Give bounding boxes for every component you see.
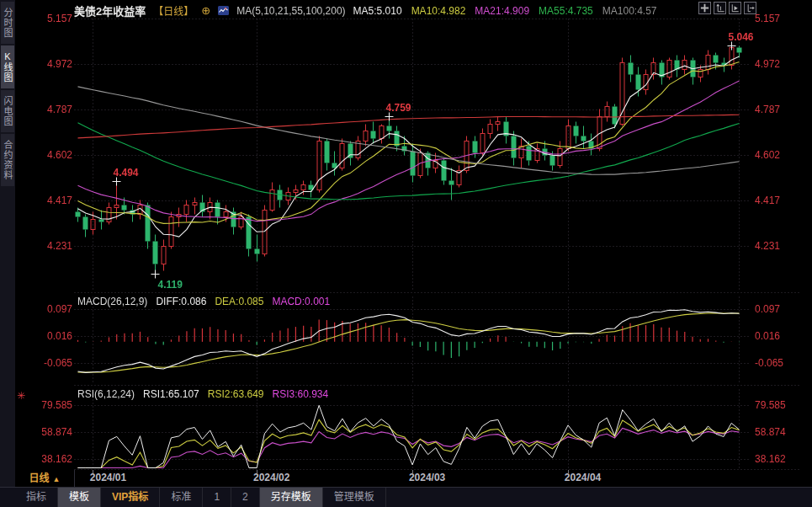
toolbar-item-standard[interactable]: 标准 — [160, 488, 203, 507]
axis-tick-label: 4.787 — [755, 104, 807, 115]
axis-tick-label: 58.874 — [22, 426, 72, 438]
bottom-toolbar: 指标模板VIP指标标准12另存模板管理模板 — [0, 487, 812, 507]
sidebar-tab-lightning[interactable]: 闪电图 — [1, 90, 14, 132]
sidebar-tab-contract-info[interactable]: 合约资料 — [1, 134, 14, 186]
axis-tick-label: 4.972 — [755, 58, 807, 70]
rsi2-value: RSI2:63.649 — [208, 388, 264, 400]
axis-tick-label: -0.065 — [22, 357, 72, 369]
ma-legend: MA5:5.010MA10:4.982MA21:4.909MA55:4.735M… — [353, 5, 657, 17]
toolbar-item-indicators[interactable]: 指标 — [15, 488, 58, 507]
period-selector[interactable]: 日线▲ — [15, 470, 75, 487]
ma-value-3: MA55:4.735 — [539, 5, 593, 17]
macd-legend: MACD(26,12,9) DIFF:0.086 DEA:0.085 MACD:… — [77, 296, 330, 307]
ma-value-0: MA5:5.010 — [353, 5, 402, 17]
axis-tick-label: -0.065 — [755, 357, 807, 369]
axis-tick-label: 0.097 — [22, 303, 72, 315]
chart-app-window: 分时图K线图闪电图合约资料 美债2年收益率 【日线】 ⊕ MA(5,10,21,… — [0, 0, 812, 507]
axis-tick-label: 38.162 — [755, 453, 807, 465]
axis-play-icon — [730, 3, 740, 13]
macd-diff-value: DIFF:0.086 — [156, 296, 206, 307]
axis-up-arrow-icon — [714, 3, 725, 13]
axis-tick-label: 79.585 — [755, 399, 807, 411]
ma-value-1: MA10:4.982 — [411, 5, 466, 17]
toolbar-item-save-template[interactable]: 另存模板 — [260, 488, 323, 507]
axis-tick-label: 4.787 — [22, 104, 72, 115]
axis-tick-label: 58.874 — [755, 426, 807, 438]
axis-tick-label: 79.585 — [22, 399, 72, 411]
chart-canvas[interactable] — [0, 0, 812, 507]
axis-tick-label: 4.602 — [22, 149, 72, 161]
circle-plus-icon[interactable]: ⊕ — [201, 6, 210, 16]
rsi1-value: RSI1:65.107 — [143, 388, 199, 400]
macd-dea-value: DEA:0.085 — [215, 296, 263, 307]
mini-kline-icon[interactable] — [218, 6, 229, 15]
left-sidebar: 分时图K线图闪电图合约资料 — [0, 0, 15, 487]
chart-titlebar: 美债2年收益率 【日线】 ⊕ MA(5,10,21,55,100,200) MA… — [74, 3, 657, 19]
macd-params-label: MACD(26,12,9) — [77, 296, 147, 307]
rsi-legend: RSI(6,12,24) RSI1:65.107 RSI2:63.649 RSI… — [77, 388, 328, 400]
axis-tick-label: 5.157 — [755, 13, 807, 24]
toolbar-item-1[interactable]: 1 — [203, 488, 231, 507]
period-label: 日线 — [29, 472, 50, 484]
chevron-up-icon: ▲ — [53, 475, 61, 483]
axis-tick-label: 0.016 — [755, 330, 807, 342]
ma-value-4: MA100:4.57 — [602, 5, 657, 17]
toolbar-item-vip-indicators[interactable]: VIP指标 — [101, 488, 160, 507]
toolbar-item-templates[interactable]: 模板 — [58, 488, 101, 507]
rsi3-value: RSI3:60.934 — [272, 388, 328, 400]
axis-tick-label: 0.097 — [755, 303, 807, 315]
month-label: 2024/02 — [253, 472, 289, 483]
axis-tick-label: 38.162 — [22, 453, 72, 465]
xaxis-row: 日线▲ 2024/012024/022024/032024/04 — [15, 470, 812, 487]
rsi-params-label: RSI(6,12,24) — [77, 388, 135, 400]
axis-tick-label: 4.972 — [22, 58, 72, 70]
month-label: 2024/04 — [565, 472, 601, 483]
month-label: 2024/03 — [409, 472, 445, 483]
toolbar-item-2[interactable]: 2 — [231, 488, 260, 507]
axis-tick-label: 0.016 — [22, 330, 72, 342]
axis-tick-label: 4.602 — [755, 149, 807, 161]
toolbar-item-manage-template[interactable]: 管理模板 — [323, 488, 386, 507]
sidebar-tab-time-chart[interactable]: 分时图 — [1, 2, 14, 44]
axis-tick-label: 4.231 — [755, 240, 807, 252]
sidebar-tab-kline[interactable]: K线图 — [1, 45, 14, 88]
month-label: 2024/01 — [90, 472, 126, 483]
crosshair-button[interactable] — [698, 2, 711, 14]
axis-tick-label: 4.231 — [22, 240, 72, 252]
symbol-name: 美债2年收益率 — [74, 3, 146, 19]
chart-toolbar-icons — [698, 2, 756, 14]
axis-tick-label: 4.417 — [22, 195, 72, 206]
axis-tick-label: 5.157 — [22, 13, 72, 24]
axis-play-button[interactable] — [729, 2, 741, 14]
ma-params-label: MA(5,10,21,55,100,200) — [236, 5, 345, 17]
axis-reset-button[interactable] — [714, 2, 726, 14]
period-tag: 【日线】 — [153, 3, 194, 18]
ma-value-2: MA21:4.909 — [475, 5, 529, 17]
axis-tick-label: 4.417 — [755, 195, 807, 206]
crosshair-icon — [699, 3, 710, 13]
macd-value: MACD:0.001 — [272, 296, 330, 307]
